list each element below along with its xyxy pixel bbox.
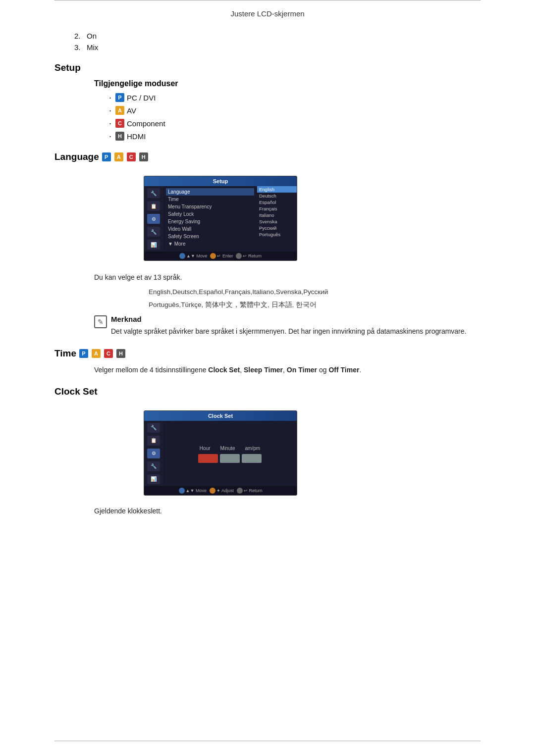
clock-return-icon	[237, 488, 243, 494]
clock-main: Hour Minute am/pm	[163, 421, 297, 486]
osd-menu: Language Time Menu Transparency Safety L…	[163, 186, 257, 252]
osd-enter-btn: ↵ Enter	[210, 253, 233, 259]
osd-body: 🔧 📋 ⚙ 🔧 📊 Language Time Menu Transparenc…	[144, 186, 297, 252]
clock-icon-1: 🔧	[147, 423, 160, 433]
main-content: 2. On 3. Mix Setup Tilgjengelige moduser…	[54, 24, 481, 549]
badge-c: C	[115, 119, 124, 128]
time-description: Velger mellom de 4 tidsinnstillingene Cl…	[94, 365, 481, 375]
page-title: Justere LCD-skjermen	[0, 0, 535, 24]
time-section-header: Time P A C H	[54, 348, 481, 359]
time-badge-p: P	[79, 349, 88, 358]
osd-menu-safetylock: Safety Lock	[166, 210, 254, 218]
osd-return-btn: ↩ Return	[236, 253, 262, 259]
osd-move-btn: ▲▼ Move	[179, 253, 207, 259]
enter-icon	[210, 253, 216, 259]
time-badge-a: A	[92, 349, 101, 358]
badge-h: H	[115, 132, 124, 141]
move-icon	[179, 253, 185, 259]
lang-english: English	[257, 186, 297, 193]
clock-osd-body: 🔧 📋 ⚙ 🔧 📊 Hour Minute am/pm	[144, 421, 297, 486]
time-badges: P A C H	[79, 349, 128, 358]
bullet-dot: ·	[109, 106, 111, 115]
note-label: Merknad	[111, 315, 466, 323]
clock-adjust-btn: ✦ Adjust	[210, 488, 234, 494]
osd-icon-1: 🔧	[147, 188, 160, 198]
clock-osd-screenshot: Clock Set 🔧 📋 ⚙ 🔧 📊 Hour Minute am/pm	[144, 410, 297, 496]
clock-icon-2: 📋	[147, 436, 160, 446]
bottom-border	[54, 741, 481, 741]
clock-minute	[220, 454, 240, 463]
osd-sidebar: 🔧 📋 ⚙ 🔧 📊	[144, 186, 163, 252]
clock-move-btn: ▲▼ Move	[179, 488, 207, 494]
clock-osd-sidebar: 🔧 📋 ⚙ 🔧 📊	[144, 421, 163, 486]
setup-heading: Setup	[54, 62, 481, 73]
mode-component: · C Component	[109, 119, 481, 128]
clock-ampm	[242, 454, 262, 463]
clock-osd-footer: ▲▼ Move ✦ Adjust ↩ Return	[144, 486, 297, 495]
language-osd-screenshot: Setup 🔧 📋 ⚙ 🔧 📊 Language Time	[144, 176, 297, 261]
badge-p: P	[115, 93, 124, 102]
language-badges: P A C H	[102, 152, 151, 161]
clock-inputs	[198, 454, 262, 463]
clock-move-icon	[179, 488, 185, 494]
clock-set-heading: Clock Set	[54, 386, 481, 397]
lang-espanol: Español	[257, 199, 297, 205]
lang-deutsch: Deutsch	[257, 193, 297, 199]
lang-badge-p: P	[102, 152, 111, 161]
time-badge-c: C	[104, 349, 113, 358]
clock-osd-title: Clock Set	[144, 411, 297, 421]
osd-menu-safetyscreen: Safety Screen	[166, 233, 254, 240]
language-section-header: Language P A C H	[54, 151, 481, 162]
lang-portugues: Português	[257, 231, 297, 238]
clock-icon-5: 📊	[147, 474, 160, 484]
osd-menu-more: ▼ More	[166, 240, 254, 248]
osd-menu-energysaving: Energy Saving	[166, 218, 254, 225]
mode-pc-dvi: · P PC / DVI	[109, 93, 481, 102]
bullet-dot: ·	[109, 93, 111, 102]
note-content: Merknad Det valgte språket påvirker bare…	[111, 315, 466, 337]
clock-hour	[198, 454, 218, 463]
osd-menu-videowall: Video Wall	[166, 225, 254, 233]
clock-labels: Hour Minute am/pm	[200, 446, 260, 451]
osd-icon-2: 📋	[147, 201, 160, 211]
lang-francais: Français	[257, 205, 297, 212]
osd-menu-language: Language	[166, 188, 254, 196]
lang-svenska: Svenska	[257, 218, 297, 225]
lang-badge-a: A	[114, 152, 123, 161]
osd-icon-3: ⚙	[147, 214, 160, 224]
mode-av: · A AV	[109, 106, 481, 115]
language-heading: Language	[54, 151, 99, 162]
osd-title: Setup	[144, 176, 297, 186]
note-box: ✎ Merknad Det valgte språket påvirker ba…	[94, 315, 481, 337]
return-icon	[236, 253, 242, 259]
osd-menu-time: Time	[166, 196, 254, 203]
lang-russian: Русский	[257, 225, 297, 231]
lang-badge-h: H	[139, 152, 148, 161]
list-item-3: 3. Mix	[74, 43, 481, 51]
language-description: Du kan velge et av 13 språk.	[94, 272, 481, 283]
languages-line2: Português,Türkçe, 简体中文，繁體中文, 日本語, 한국어	[149, 300, 481, 310]
clock-adjust-icon	[210, 488, 215, 494]
clock-icon-3: ⚙	[147, 449, 160, 458]
badge-a: A	[115, 106, 124, 115]
time-badge-h: H	[116, 349, 125, 358]
lang-italiano: Italiano	[257, 212, 297, 218]
languages-line1: English,Deutsch,Español,Français,Italian…	[149, 287, 481, 298]
clock-return-btn: ↩ Return	[237, 488, 263, 494]
osd-footer: ▲▼ Move ↵ Enter ↩ Return	[144, 252, 297, 260]
list-item-2: 2. On	[74, 32, 481, 40]
osd-lang-list: English Deutsch Español Français Italian…	[257, 186, 297, 252]
available-modes-heading: Tilgjengelige moduser	[94, 79, 481, 88]
mode-hdmi: · H HDMI	[109, 132, 481, 141]
osd-icon-4: 🔧	[147, 227, 160, 237]
bullet-dot: ·	[109, 132, 111, 141]
note-text: Det valgte språket påvirker bare språket…	[111, 326, 466, 337]
clock-osd-box: Clock Set 🔧 📋 ⚙ 🔧 📊 Hour Minute am/pm	[144, 410, 297, 496]
osd-menu-transparency: Menu Transparency	[166, 203, 254, 210]
osd-icon-5: 📊	[147, 240, 160, 250]
time-heading: Time	[54, 348, 76, 359]
clock-description: Gjeldende klokkeslett.	[94, 507, 481, 515]
bullet-dot: ·	[109, 119, 111, 128]
osd-box: Setup 🔧 📋 ⚙ 🔧 📊 Language Time	[144, 176, 297, 261]
note-icon: ✎	[94, 315, 107, 328]
